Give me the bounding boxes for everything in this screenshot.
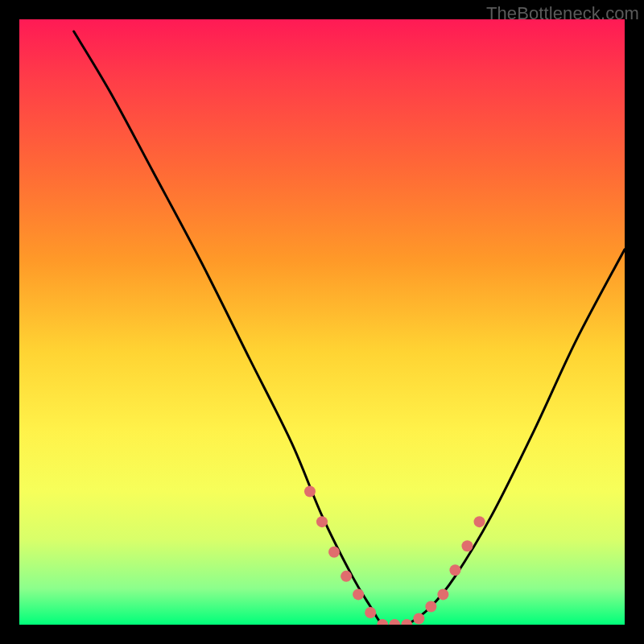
marker-point — [304, 486, 316, 497]
marker-point — [401, 619, 412, 625]
marker-point — [474, 516, 485, 527]
marker-point — [437, 588, 448, 600]
marker-point — [461, 540, 473, 551]
marker-point — [365, 607, 376, 618]
marker-point — [353, 588, 364, 600]
marker-point — [341, 571, 352, 582]
curve-layer — [19, 19, 625, 625]
marker-point — [389, 619, 400, 625]
bottleneck-curve — [74, 31, 625, 625]
marker-point — [449, 564, 460, 576]
marker-point — [425, 601, 436, 612]
marker-point — [377, 619, 388, 625]
marker-point — [328, 547, 340, 558]
chart-frame: TheBottleneck.com — [0, 0, 644, 644]
marker-point — [413, 613, 424, 624]
plot-area — [19, 19, 625, 625]
marker-point — [316, 516, 328, 527]
